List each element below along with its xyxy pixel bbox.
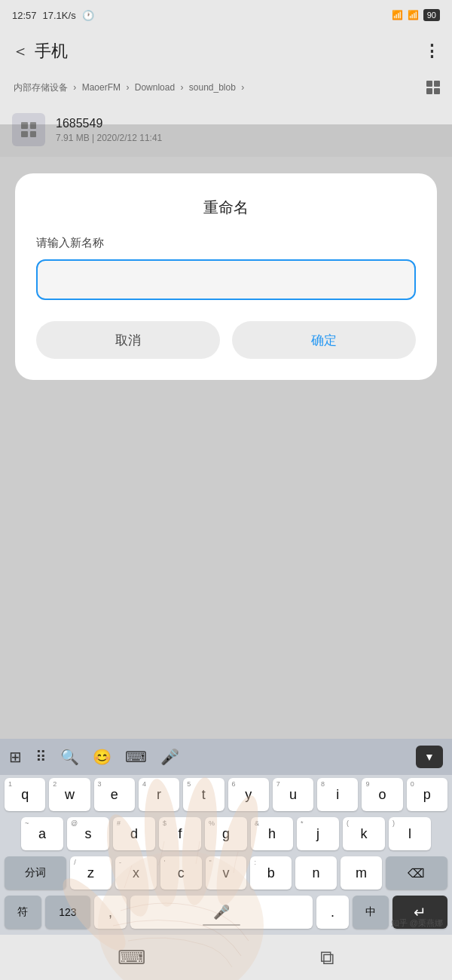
signal-icon: 📶 — [392, 10, 403, 20]
key-d[interactable]: #d — [113, 817, 155, 850]
more-button[interactable]: ⋮ — [423, 41, 440, 61]
key-o[interactable]: 9o — [362, 778, 402, 811]
key-p[interactable]: 0p — [407, 778, 447, 811]
page-title: 手机 — [35, 40, 68, 63]
dialog-label: 请输入新名称 — [36, 236, 416, 250]
breadcrumb-sep-1: › — [73, 82, 78, 93]
confirm-button[interactable]: 确定 — [232, 321, 416, 359]
bottom-bar: ⌨ ⧉ — [0, 935, 452, 980]
breadcrumb-sep-4: › — [241, 82, 244, 93]
keyboard-bottom-icon[interactable]: ⌨ — [118, 946, 146, 969]
key-a[interactable]: ~a — [21, 817, 63, 850]
hide-keyboard-button[interactable]: ▼ — [416, 746, 443, 768]
breadcrumb-item-3[interactable]: Download — [135, 82, 175, 93]
key-j[interactable]: *j — [297, 817, 339, 850]
rename-dialog: 重命名 请输入新名称 取消 确定 — [15, 173, 437, 380]
back-button[interactable]: ＜ — [12, 40, 29, 63]
key-f[interactable]: $f — [159, 817, 201, 850]
space-key[interactable]: 🎤 — [130, 896, 313, 929]
dialog-title: 重命名 — [36, 198, 416, 218]
number-key[interactable]: 123 — [45, 896, 91, 929]
key-u[interactable]: 7u — [273, 778, 313, 811]
keyboard-row-3: 分词 /z -x 'c "v :b n m ⌫ — [0, 853, 452, 893]
period-key[interactable]: . — [316, 896, 348, 929]
clipboard-bottom-icon[interactable]: ⧉ — [320, 946, 334, 969]
key-m[interactable]: m — [341, 856, 382, 890]
keyboard-body: 1q 2w 3e 4r 5t 6y 7u 8i 9o 0p ~a @s #d $… — [0, 775, 452, 932]
keyboard-row-4: 符 123 , 🎤 . 中 ↵ — [0, 893, 452, 932]
chinese-key[interactable]: 中 — [353, 896, 389, 929]
key-r[interactable]: 4r — [139, 778, 179, 811]
key-v[interactable]: "v — [206, 856, 247, 890]
key-e[interactable]: 3e — [94, 778, 135, 811]
fenci-button[interactable]: 分词 — [5, 856, 66, 890]
key-n[interactable]: n — [295, 856, 337, 890]
keyboard: ⊞ ⠿ 🔍 😊 ⌨ 🎤 ▼ — [0, 739, 452, 935]
status-bar: 12:57 17.1K/s 🕐 📶 📶 90 — [0, 0, 452, 30]
symbol-key[interactable]: 符 — [5, 896, 41, 929]
key-h[interactable]: &h — [251, 817, 293, 850]
grid-view-icon[interactable] — [426, 81, 440, 94]
speed: 17.1K/s — [43, 10, 76, 21]
delete-key[interactable]: ⌫ — [386, 856, 447, 890]
keyboard-dots-icon[interactable]: ⠿ — [35, 748, 47, 766]
toolbar-icons: ⊞ ⠿ 🔍 😊 ⌨ 🎤 — [9, 748, 179, 766]
wifi-icon: 📶 — [408, 10, 419, 20]
clock-icon: 🕐 — [82, 10, 94, 21]
mic-on-space-icon: 🎤 — [213, 904, 230, 920]
watermark: 知乎 @栗燕娜 — [391, 917, 443, 929]
key-b[interactable]: :b — [250, 856, 292, 890]
keyboard-switch-icon[interactable]: ⌨ — [125, 748, 147, 766]
keyboard-grid-icon[interactable]: ⊞ — [9, 748, 22, 766]
key-x[interactable]: -x — [115, 856, 157, 890]
battery: 90 — [423, 9, 440, 21]
keyboard-mic-icon[interactable]: 🎤 — [160, 748, 179, 766]
key-q[interactable]: 1q — [5, 778, 45, 811]
key-z[interactable]: /z — [70, 856, 111, 890]
breadcrumb-sep-2: › — [126, 82, 131, 93]
status-left: 12:57 17.1K/s 🕐 — [12, 10, 94, 21]
key-i[interactable]: 8i — [317, 778, 358, 811]
dialog-buttons: 取消 确定 — [36, 321, 416, 359]
breadcrumb-text: 内部存储设备 › MaoerFM › Download › sound_blob… — [12, 81, 246, 94]
key-y[interactable]: 6y — [228, 778, 269, 811]
key-k[interactable]: (k — [343, 817, 385, 850]
key-t[interactable]: 5t — [183, 778, 224, 811]
time: 12:57 — [12, 10, 37, 21]
key-s[interactable]: @s — [67, 817, 109, 850]
cancel-button[interactable]: 取消 — [36, 321, 220, 359]
breadcrumb-item-4[interactable]: sound_blob — [189, 82, 236, 93]
key-g[interactable]: %g — [205, 817, 247, 850]
keyboard-emoji-icon[interactable]: 😊 — [93, 748, 111, 766]
breadcrumb: 内部存储设备 › MaoerFM › Download › sound_blob… — [0, 72, 452, 103]
keyboard-search-icon[interactable]: 🔍 — [60, 748, 79, 766]
breadcrumb-sep-3: › — [180, 82, 185, 93]
top-nav: ＜ 手机 ⋮ — [0, 30, 452, 72]
key-w[interactable]: 2w — [49, 778, 90, 811]
key-l[interactable]: )l — [389, 817, 431, 850]
rename-input[interactable] — [36, 259, 416, 300]
breadcrumb-item-1[interactable]: 内部存储设备 — [14, 82, 68, 93]
nav-left: ＜ 手机 — [12, 40, 68, 63]
status-right: 📶 📶 90 — [392, 9, 440, 21]
key-c[interactable]: 'c — [160, 856, 202, 890]
keyboard-toolbar: ⊞ ⠿ 🔍 😊 ⌨ 🎤 ▼ — [0, 739, 452, 775]
breadcrumb-item-2[interactable]: MaoerFM — [82, 82, 121, 93]
keyboard-row-1: 1q 2w 3e 4r 5t 6y 7u 8i 9o 0p — [0, 775, 452, 814]
keyboard-row-2: ~a @s #d $f %g &h *j (k )l — [0, 814, 452, 853]
comma-key[interactable]: , — [94, 896, 126, 929]
